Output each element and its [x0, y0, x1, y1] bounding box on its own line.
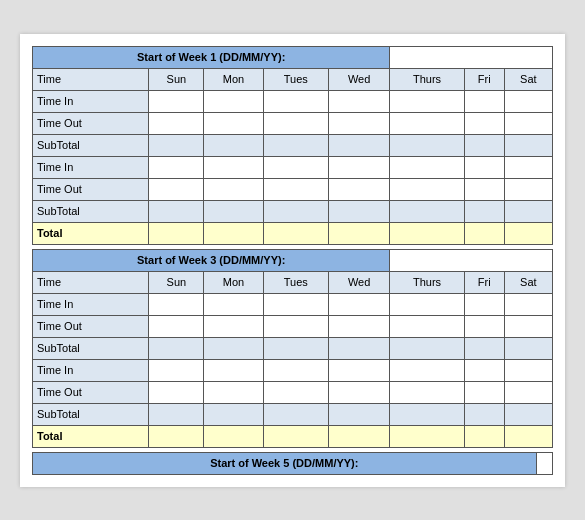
w1-tues-out1[interactable] [263, 112, 328, 134]
w3-sun-sub2[interactable] [149, 403, 204, 425]
w1-sat-out2[interactable] [504, 178, 552, 200]
w3-thurs-in2[interactable] [390, 359, 464, 381]
w1-wed-in2[interactable] [328, 156, 390, 178]
w1-tues-in1[interactable] [263, 90, 328, 112]
w3-mon-in1[interactable] [204, 293, 263, 315]
w1-wed-sub1[interactable] [328, 134, 390, 156]
w3-sun-in2[interactable] [149, 359, 204, 381]
w1-fri-total[interactable] [464, 222, 504, 244]
w1-tues-out2[interactable] [263, 178, 328, 200]
w3-wed-sub2[interactable] [328, 403, 390, 425]
w1-sat-out1[interactable] [504, 112, 552, 134]
w3-tues-total[interactable] [263, 425, 328, 447]
w1-mon-out1[interactable] [204, 112, 263, 134]
w1-mon-in2[interactable] [204, 156, 263, 178]
w3-sat-in1[interactable] [504, 293, 552, 315]
w1-wed-total[interactable] [328, 222, 390, 244]
w3-fri-in2[interactable] [464, 359, 504, 381]
w1-sun-sub1[interactable] [149, 134, 204, 156]
w1-mon-out2[interactable] [204, 178, 263, 200]
w3-mon-sub1[interactable] [204, 337, 263, 359]
w1-thurs-in2[interactable] [390, 156, 464, 178]
w1-fri-sub1[interactable] [464, 134, 504, 156]
w3-thurs-out2[interactable] [390, 381, 464, 403]
w3-fri-sub2[interactable] [464, 403, 504, 425]
w3-wed-out2[interactable] [328, 381, 390, 403]
w3-thurs-total[interactable] [390, 425, 464, 447]
w3-mon-in2[interactable] [204, 359, 263, 381]
w1-tues-in2[interactable] [263, 156, 328, 178]
w1-sun-in1[interactable] [149, 90, 204, 112]
w3-fri-in1[interactable] [464, 293, 504, 315]
w1-sun-sub2[interactable] [149, 200, 204, 222]
w3-wed-sub1[interactable] [328, 337, 390, 359]
w1-sat-in1[interactable] [504, 90, 552, 112]
w3-thurs-out1[interactable] [390, 315, 464, 337]
w1-sun-in2[interactable] [149, 156, 204, 178]
w3-fri-out1[interactable] [464, 315, 504, 337]
w3-sat-out1[interactable] [504, 315, 552, 337]
w3-thurs-in1[interactable] [390, 293, 464, 315]
w1-fri-out1[interactable] [464, 112, 504, 134]
w3-fri-out2[interactable] [464, 381, 504, 403]
week1-header[interactable]: Start of Week 1 (DD/MM/YY): [33, 46, 390, 68]
w1-sat-in2[interactable] [504, 156, 552, 178]
w1-fri-sub2[interactable] [464, 200, 504, 222]
w3-sat-sub1[interactable] [504, 337, 552, 359]
w3-sun-sub1[interactable] [149, 337, 204, 359]
w1-wed-in1[interactable] [328, 90, 390, 112]
w3-tues-in1[interactable] [263, 293, 328, 315]
w3-tues-out1[interactable] [263, 315, 328, 337]
w1-mon-total[interactable] [204, 222, 263, 244]
w3-fri-sub1[interactable] [464, 337, 504, 359]
w3-wed-total[interactable] [328, 425, 390, 447]
w1-mon-in1[interactable] [204, 90, 263, 112]
w3-wed-out1[interactable] [328, 315, 390, 337]
w1-mon-sub1[interactable] [204, 134, 263, 156]
w3-fri-total[interactable] [464, 425, 504, 447]
w1-mon-sub2[interactable] [204, 200, 263, 222]
w1-sat-sub1[interactable] [504, 134, 552, 156]
w3-mon-total[interactable] [204, 425, 263, 447]
w3-sun-total[interactable] [149, 425, 204, 447]
w3-sat-in2[interactable] [504, 359, 552, 381]
w3-mon-sub2[interactable] [204, 403, 263, 425]
w1-thurs-sub1[interactable] [390, 134, 464, 156]
w3-mon-out2[interactable] [204, 381, 263, 403]
w1-sat-total[interactable] [504, 222, 552, 244]
w1-fri-out2[interactable] [464, 178, 504, 200]
w3-sat-sub2[interactable] [504, 403, 552, 425]
w3-thurs-sub2[interactable] [390, 403, 464, 425]
w1-thurs-sub2[interactable] [390, 200, 464, 222]
w3-wed-in1[interactable] [328, 293, 390, 315]
w3-sat-out2[interactable] [504, 381, 552, 403]
w3-tues-out2[interactable] [263, 381, 328, 403]
w1-sat-sub2[interactable] [504, 200, 552, 222]
week5-header[interactable]: Start of Week 5 (DD/MM/YY): [33, 452, 537, 474]
w1-thurs-out2[interactable] [390, 178, 464, 200]
w1-tues-total[interactable] [263, 222, 328, 244]
w3-wed-in2[interactable] [328, 359, 390, 381]
week3-header[interactable]: Start of Week 3 (DD/MM/YY): [33, 249, 390, 271]
w3-mon-out1[interactable] [204, 315, 263, 337]
w1-wed-out1[interactable] [328, 112, 390, 134]
w1-sun-out2[interactable] [149, 178, 204, 200]
w1-thurs-total[interactable] [390, 222, 464, 244]
w3-sat-total[interactable] [504, 425, 552, 447]
w1-wed-sub2[interactable] [328, 200, 390, 222]
w3-tues-sub1[interactable] [263, 337, 328, 359]
w3-sun-out2[interactable] [149, 381, 204, 403]
w1-thurs-out1[interactable] [390, 112, 464, 134]
w1-thurs-in1[interactable] [390, 90, 464, 112]
w3-sun-in1[interactable] [149, 293, 204, 315]
w1-wed-out2[interactable] [328, 178, 390, 200]
w1-sun-total[interactable] [149, 222, 204, 244]
w3-tues-sub2[interactable] [263, 403, 328, 425]
w1-sun-out1[interactable] [149, 112, 204, 134]
w1-tues-sub2[interactable] [263, 200, 328, 222]
w1-fri-in2[interactable] [464, 156, 504, 178]
w3-thurs-sub1[interactable] [390, 337, 464, 359]
w1-tues-sub1[interactable] [263, 134, 328, 156]
w3-sun-out1[interactable] [149, 315, 204, 337]
w1-fri-in1[interactable] [464, 90, 504, 112]
